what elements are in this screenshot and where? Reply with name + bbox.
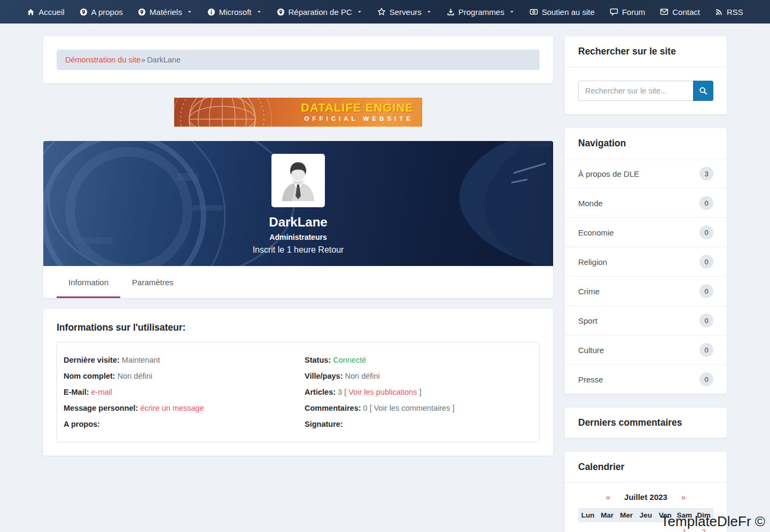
chevron-down-icon <box>426 9 432 14</box>
user-avatar[interactable] <box>271 154 325 207</box>
sidebar-nav-item-economie[interactable]: Economie0 <box>565 217 727 247</box>
user-info-text: Connecté <box>331 356 366 364</box>
navigation-widget-title: Navigation <box>565 128 727 159</box>
user-info-right-column: Status: ConnectéVille/pays: Non définiAr… <box>298 352 539 432</box>
search-icon <box>699 87 707 95</box>
nav-item-r-paration-de-pc[interactable]: Réparation de PC <box>269 0 370 24</box>
marker-circle-icon <box>277 8 285 16</box>
datalife-engine-banner[interactable]: DATALIFE ENGINE OFFICIAL WEBSITE <box>174 97 423 127</box>
user-info-text: ] <box>417 388 421 396</box>
search-input[interactable] <box>578 81 693 101</box>
chevron-down-icon <box>357 9 362 14</box>
count-badge: 0 <box>699 314 713 327</box>
nav-item-programmes[interactable]: Programmes <box>439 0 522 24</box>
info-circle-icon <box>207 8 215 16</box>
chevron-down-icon <box>187 9 192 14</box>
user-info-text: Dernière visite: <box>64 356 120 364</box>
sidebar-nav-item-religion[interactable]: Religion0 <box>565 247 727 276</box>
search-button[interactable] <box>693 81 713 101</box>
calendar-weekday: Lun <box>578 508 597 522</box>
nav-item-label: Matériels <box>150 7 182 17</box>
profile-usergroup: Administrateurs <box>269 233 326 241</box>
tab-label: Information <box>68 278 108 287</box>
user-info-row: E-Mail: e-mail <box>64 384 292 400</box>
nav-item-contact[interactable]: Contact <box>652 0 707 24</box>
user-info-text: 0 <box>361 404 368 412</box>
latest-comments-widget: Derniers commentaires <box>565 408 727 438</box>
banner-title: DATALIFE ENGINE <box>301 101 414 114</box>
user-info-text: [ Voir les commentaires ] <box>368 404 455 412</box>
calendar-empty-cell <box>636 522 655 532</box>
user-info-text: Message personnel: <box>64 404 138 412</box>
user-info-row: Nom complet: Non défini <box>64 368 292 384</box>
calendar-empty-cell <box>617 522 636 532</box>
sidebar-nav-label: Religion <box>578 257 607 267</box>
main-column: Démonstration du site»DarkLane DATAL <box>43 36 553 456</box>
nav-item-label: Accueil <box>38 7 64 17</box>
sidebar-nav-item-crime[interactable]: Crime0 <box>565 276 727 306</box>
user-info-text: Articles: <box>305 388 336 396</box>
breadcrumb: Démonstration du site»DarkLane <box>57 50 540 70</box>
user-info-row: Status: Connecté <box>305 352 533 368</box>
user-info-text: Non défini <box>115 372 152 380</box>
calendar-next-button[interactable]: » <box>681 492 686 502</box>
profile-registered: Inscrit le 1 heure Retour <box>253 245 344 255</box>
user-info-card: Informations sur l'utilisateur: Dernière… <box>43 309 553 456</box>
envelope-icon <box>660 7 668 16</box>
user-info-link[interactable]: e-mail <box>89 388 113 396</box>
user-info-row: Message personnel: écrire un message <box>64 400 292 416</box>
nav-item-a-propos[interactable]: A propos <box>72 0 130 24</box>
nav-item-soutien-au-site[interactable]: Soutien au site <box>522 0 602 24</box>
star-icon <box>377 7 386 16</box>
nav-item-mat-riels[interactable]: Matériels <box>130 0 200 24</box>
user-info-row: Articles: 3 [ Voir les publications ] <box>305 384 533 400</box>
template-watermark: TemplateDleFr © <box>661 513 765 530</box>
sidebar-nav-item-monde[interactable]: Monde0 <box>565 188 727 217</box>
user-info-link[interactable]: Voir les publications <box>348 388 417 396</box>
count-badge: 0 <box>699 225 713 239</box>
profile-tabs: InformationParamètres <box>43 266 553 298</box>
chevron-down-icon <box>256 9 262 14</box>
user-info-left-column: Dernière visite: MaintenantNom complet: … <box>57 352 298 432</box>
breadcrumb-separator: » <box>141 56 145 64</box>
breadcrumb-home-link[interactable]: Démonstration du site <box>65 56 141 64</box>
chat-icon <box>610 7 618 16</box>
sidebar-nav-item-sport[interactable]: Sport0 <box>565 306 727 335</box>
nav-item-label: Forum <box>622 7 645 17</box>
tab-param-tres[interactable]: Paramètres <box>120 266 185 298</box>
sidebar: Rechercher sur le site Navigation À prop… <box>565 36 727 532</box>
globe-wireframe-icon <box>174 97 318 127</box>
default-avatar-icon <box>275 157 322 204</box>
sidebar-nav-label: Sport <box>578 316 597 325</box>
marker-circle-icon <box>138 8 146 16</box>
user-info-text: Nom complet: <box>64 372 115 380</box>
user-info-text: Non défini <box>343 372 379 380</box>
nav-item-forum[interactable]: Forum <box>602 0 652 24</box>
user-info-text: Signature: <box>305 420 343 428</box>
calendar-prev-button[interactable]: « <box>606 492 610 502</box>
nav-item-serveurs[interactable]: Serveurs <box>370 0 439 24</box>
sidebar-nav-item-presse[interactable]: Presse0 <box>565 364 727 394</box>
user-info-row: A propos: <box>64 416 292 432</box>
calendar-empty-cell <box>578 522 597 532</box>
sidebar-nav-label: Culture <box>578 346 604 355</box>
user-info-link[interactable]: écrire un message <box>138 404 204 412</box>
count-badge: 0 <box>699 372 713 386</box>
sidebar-nav-item-à-propos-de-dle[interactable]: À propos de DLE3 <box>565 159 727 188</box>
user-info-row: Signature: <box>305 416 533 432</box>
nav-item-accueil[interactable]: Accueil <box>19 0 72 24</box>
breadcrumb-card: Démonstration du site»DarkLane <box>43 36 553 83</box>
tab-information[interactable]: Information <box>57 266 120 298</box>
user-info-text: 3 <box>336 388 342 396</box>
nav-item-label: A propos <box>91 7 123 17</box>
count-badge: 0 <box>699 343 713 357</box>
sidebar-nav-item-culture[interactable]: Culture0 <box>565 335 727 364</box>
navigation-widget: Navigation À propos de DLE3Monde0Economi… <box>565 128 727 394</box>
nav-item-microsoft[interactable]: Microsoft <box>200 0 269 24</box>
top-navbar: AccueilA proposMatérielsMicrosoftRéparat… <box>0 0 770 24</box>
nav-item-rss[interactable]: RSS <box>707 0 751 24</box>
count-badge: 0 <box>699 196 713 210</box>
tab-label: Paramètres <box>132 278 174 287</box>
rss-icon <box>715 8 723 16</box>
calendar-weekday: Mer <box>617 508 636 522</box>
